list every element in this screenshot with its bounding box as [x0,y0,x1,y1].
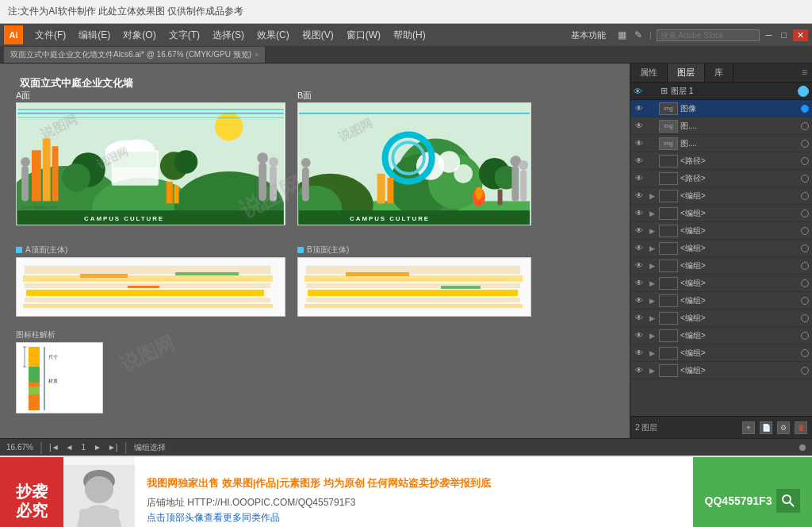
layer-page-btn[interactable]: 📄 [760,421,772,434]
menu-view[interactable]: 视图(V) [297,27,339,44]
layer-eye-12[interactable]: 👁 [634,295,645,306]
layer-expand-11[interactable]: ▶ [647,279,657,287]
layer-expand-8[interactable]: ▶ [647,227,657,235]
tab-close-btn[interactable]: × [255,51,259,59]
layer-thumb-16 [659,364,678,377]
tab-library[interactable]: 库 [705,63,733,82]
layer-item-image1[interactable]: 👁 img 图像 [630,100,812,117]
layer-item-group3[interactable]: 👁 ▶ <编组> [630,222,812,240]
tab-properties[interactable]: 属性 [630,63,668,82]
layers-header: 👁 ⊞ 图层 1 [630,83,812,100]
layer-eye-5[interactable]: 👁 [634,173,645,184]
icon-label-row: 图标柱解析 [16,329,103,340]
layer-expand-10[interactable]: ▶ [647,262,657,270]
layer-eye-8[interactable]: 👁 [634,225,645,237]
layer-name-7: <编组> [680,208,799,219]
new-layer-btn[interactable]: + [742,421,755,434]
layer-item-group5[interactable]: 👁 ▶ <编组> [630,257,812,275]
nav-first-btn[interactable]: |◄ [49,443,59,452]
face-a-panel: CAMPUS CULTURE 社のか地地のかのの 说图网 说图网 [16,102,285,225]
layer-eye-7[interactable]: 👁 [634,208,645,219]
svg-rect-43 [387,178,393,204]
layer-item-group11[interactable]: 👁 ▶ <编组> [630,362,812,379]
layer-eye-4[interactable]: 👁 [634,156,645,167]
svg-text:CAMPUS CULTURE: CAMPUS CULTURE [350,215,430,222]
layer-expand-13[interactable]: ▶ [647,314,657,322]
layer-eye-3[interactable]: 👁 [634,138,645,149]
svg-point-50 [475,187,483,200]
ad-body-line3[interactable]: 点击顶部头像查看更多同类作品 [147,510,681,525]
layers-count: 2 图层 [635,422,737,433]
nav-next-btn[interactable]: ► [94,443,102,452]
svg-rect-68 [175,272,239,275]
layer-settings-btn[interactable]: ⚙ [777,421,790,434]
layer-eye-11[interactable]: 👁 [634,278,645,289]
layer-item-group7[interactable]: 👁 ▶ <编组> [630,292,812,310]
nav-prev-btn[interactable]: ◄ [66,443,74,452]
window-minimize-btn[interactable]: ─ [763,30,776,40]
layer-item-group1[interactable]: 👁 ▶ <编组> [630,187,812,205]
canvas-area[interactable]: 双面立式中庭企业文化墙 A面 [0,63,630,438]
ad-search-btn[interactable] [776,489,800,513]
layer-eye-header[interactable]: 👁 [634,87,645,96]
ad-title-highlight: 效果图|作品|元素图形 [222,477,320,489]
menu-window[interactable]: 窗口(W) [341,27,386,44]
layer-eye-1[interactable]: 👁 [634,103,645,114]
menu-object[interactable]: 对象(O) [117,27,161,44]
panel-options-btn[interactable]: ≡ [797,63,812,82]
layer-item-group8[interactable]: 👁 ▶ <编组> [630,310,812,327]
ad-portrait[interactable] [63,457,135,527]
zoom-level: 16.67% [6,443,33,452]
menu-file[interactable]: 文件(F) [29,27,71,44]
layer-item-group10[interactable]: 👁 ▶ <编组> [630,344,812,362]
layer-expand-9[interactable]: ▶ [647,244,657,252]
document-tab[interactable]: 双面立式中庭企业文化墙文件Alcs6.ai* @ 16.67% (CMYK/GP… [4,47,266,63]
top-panels-row: A顶面(主体) [16,241,614,317]
menu-select[interactable]: 选择(S) [207,27,250,44]
menu-effect[interactable]: 效果(C) [251,27,295,44]
layer-item-image3[interactable]: 👁 img 图.... [630,135,812,152]
status-bar: 16.67% | |◄ ◄ 1 ► ►| | 编组选择 [0,438,812,456]
search-input[interactable] [657,29,760,41]
layer-eye-16[interactable]: 👁 [634,365,645,376]
layer-item-group4[interactable]: 👁 ▶ <编组> [630,240,812,257]
status-indicator[interactable] [799,444,806,451]
qq-number[interactable]: QQ455791F3 [705,494,772,507]
layer-eye-10[interactable]: 👁 [634,260,645,271]
svg-point-9 [62,163,90,192]
nav-last-btn[interactable]: ►| [108,443,118,452]
layer-item-group6[interactable]: 👁 ▶ <编组> [630,275,812,292]
layer-header-circle [798,86,809,97]
layer-thumb-1: img [659,102,678,115]
layer-expand-14[interactable]: ▶ [647,332,657,340]
layer-eye-9[interactable]: 👁 [634,243,645,254]
layer-item-path2[interactable]: 👁 <路径> [630,170,812,187]
window-close-btn[interactable]: ✕ [793,29,808,41]
layer-expand-7[interactable]: ▶ [647,210,657,217]
delete-layer-btn[interactable]: 🗑 [795,421,807,434]
layer-item-group2[interactable]: 👁 ▶ <编组> [630,205,812,222]
menu-text[interactable]: 文字(T) [163,27,205,44]
menu-bar: Ai 文件(F) 编辑(E) 对象(O) 文字(T) 选择(S) 效果(C) 视… [0,24,812,46]
layer-eye-13[interactable]: 👁 [634,313,645,324]
svg-point-56 [301,158,311,167]
tab-layers[interactable]: 图层 [668,63,705,82]
layer-item-path1[interactable]: 👁 <路径> [630,152,812,170]
menu-edit[interactable]: 编辑(E) [73,27,116,44]
menu-help[interactable]: 帮助(H) [388,27,431,44]
layer-eye-14[interactable]: 👁 [634,330,645,341]
layer-circle-3 [801,140,809,148]
layer-expand-6[interactable]: ▶ [647,192,657,200]
svg-text:材质: 材质 [48,379,58,383]
layer-circle-5 [801,175,809,183]
layer-expand-16[interactable]: ▶ [647,367,657,375]
layer-eye-15[interactable]: 👁 [634,348,645,359]
svg-rect-84 [44,347,45,410]
layer-expand-15[interactable]: ▶ [647,349,657,357]
layer-item-image2[interactable]: 👁 img 图.... [630,117,812,135]
layer-eye-6[interactable]: 👁 [634,190,645,202]
layer-expand-12[interactable]: ▶ [647,297,657,305]
layer-item-group9[interactable]: 👁 ▶ <编组> [630,327,812,344]
layer-eye-2[interactable]: 👁 [634,121,645,132]
window-restore-btn[interactable]: □ [778,30,790,40]
